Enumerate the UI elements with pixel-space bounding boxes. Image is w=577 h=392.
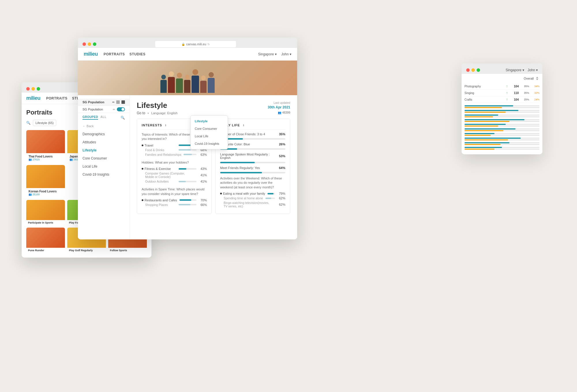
view-icon-1[interactable] <box>116 100 120 104</box>
comp-pct1: 35% <box>521 85 529 88</box>
compare-bar-bg-blue <box>464 142 539 143</box>
compare-bar-bg-gold <box>464 107 539 108</box>
spacer1 <box>142 157 207 160</box>
portrait-menu-icon[interactable]: ⋯ <box>60 167 63 171</box>
search-icon[interactable]: 🔍 <box>26 121 31 125</box>
comp-pct2: 32% <box>531 91 539 94</box>
main-nav-studies[interactable]: STUDIES <box>130 52 146 56</box>
stat-bar-bg <box>220 162 285 163</box>
bar-bg <box>179 204 196 205</box>
data-row: Fitness & Exercise43% <box>142 167 207 170</box>
filter-select[interactable]: Lifestyle (65) <box>33 120 56 126</box>
compare-bar-fill-blue <box>464 110 518 111</box>
stat-line: Favourite Color: Blue26% <box>220 142 285 146</box>
toggle-switch[interactable] <box>117 107 125 111</box>
filter-tab-all[interactable]: ALL <box>100 115 106 120</box>
person-fig-3 <box>176 73 183 93</box>
portrait-name: Korean Food Lovers <box>29 190 63 193</box>
compare-bar-bg-gold <box>464 116 539 117</box>
compare-bars <box>464 105 539 108</box>
sidebar-covid[interactable]: Covid-19 Insights <box>78 170 130 179</box>
dropdown-item[interactable]: Core Consumer <box>191 125 228 132</box>
last-updated-date: 30th Apr 2021 <box>268 105 290 109</box>
bar-bg <box>179 168 196 170</box>
compare-bar-bg-blue <box>464 124 539 125</box>
dropdown-item[interactable]: Lifestyle <box>191 117 228 125</box>
compare-bar-bg-gold <box>464 149 539 150</box>
comp-pct2: 24% <box>531 98 539 101</box>
daily-life-download[interactable]: ⬇ <box>242 124 245 127</box>
sidebar-search-icon[interactable]: 🔍 <box>121 116 125 120</box>
traffic-light-green[interactable] <box>477 68 480 72</box>
person-body-3 <box>176 78 183 93</box>
portrait-menu-icon[interactable]: ⋯ <box>60 132 63 136</box>
stat-bar-bg <box>220 148 285 150</box>
location-dropdown-right[interactable]: Singapore ▾ <box>506 68 524 72</box>
chart-row <box>464 119 539 122</box>
sidebar-lifestyle[interactable]: Lifestyle <box>78 146 130 154</box>
portrait-card[interactable]: ⋯Thai Food Lovers👥 27615 <box>26 130 65 163</box>
sidebar-demographics[interactable]: Demographics <box>78 130 130 138</box>
user-dropdown-right[interactable]: John ▾ <box>528 68 538 72</box>
bar-fill <box>179 149 191 151</box>
compare-bar-fill-blue <box>464 105 513 106</box>
tl-red-m[interactable] <box>83 42 86 46</box>
portrait-name: Thai Food Lovers <box>29 155 63 158</box>
portrait-card[interactable]: ⋯Korean Food Lovers👥 25100 <box>26 165 65 198</box>
dropdown-item[interactable]: Covid-19 Insights <box>191 140 228 147</box>
sidebar-local-life[interactable]: Local Life <box>78 162 130 170</box>
compare-bars <box>464 133 539 136</box>
stat-bar-bg <box>220 172 285 173</box>
goto-btn[interactable]: Go to <box>137 111 145 115</box>
bottom-portrait-image <box>26 200 65 220</box>
chart-row <box>464 133 539 136</box>
sg-pop-icons: ✏ <box>112 100 125 104</box>
pct-label: 62% <box>277 196 285 200</box>
tl-yellow-m[interactable] <box>88 42 91 46</box>
tl-yellow-p[interactable] <box>31 87 35 91</box>
sidebar-attitudes[interactable]: Attitudes <box>78 138 130 146</box>
bar-bg <box>267 193 275 194</box>
person-head-4 <box>185 75 190 79</box>
traffic-light-red[interactable] <box>466 68 470 72</box>
bottom-portrait-card[interactable]: Participate in Sports <box>26 200 65 225</box>
data-row: Eating a meal with your family79% <box>220 192 285 195</box>
goto-dropdown: LifestyleCore ConsumerLocal LifeCovid-19… <box>190 115 228 149</box>
compare-bar-bg-gold <box>464 112 539 113</box>
tl-red-p[interactable] <box>26 87 30 91</box>
portrait-count: 👥 25100 <box>29 193 63 196</box>
person-fig-2 <box>168 71 175 93</box>
url-display: canvas.mili.eu <box>186 42 206 46</box>
nav-portraits[interactable]: PORTRAITS <box>46 96 68 100</box>
filter-tab-grouped[interactable]: GROUPED <box>83 115 98 120</box>
interests-download[interactable]: ⬇ <box>164 124 167 127</box>
dropdown-item[interactable]: Local Life <box>191 132 228 140</box>
data-row: Computer Games (Computer, Mobile or Cons… <box>142 172 207 179</box>
bottom-portrait-name: Play Golf Regularly <box>67 248 106 253</box>
traffic-light-yellow[interactable] <box>471 68 475 72</box>
main-nav-portraits[interactable]: PORTRAITS <box>104 52 125 56</box>
data-label-primary: Restaurants and Cafes <box>142 198 177 202</box>
chart-row <box>464 110 539 113</box>
edit-icon-sub[interactable]: ✏ <box>113 108 115 111</box>
tl-green-p[interactable] <box>37 87 40 91</box>
data-label-secondary: Binge-watching television(movies, TV ser… <box>220 201 273 208</box>
meta-info: Last updated 30th Apr 2021 👥 48399 <box>268 101 290 114</box>
sidebar-back-btn[interactable]: ← Back <box>78 122 130 130</box>
edit-icon[interactable]: ✏ <box>112 101 115 104</box>
bottom-portrait-name: Participate in Sports <box>26 220 65 225</box>
bottom-portrait-card[interactable]: Pune Runder <box>26 228 65 253</box>
sidebar: SG Population ✏ SG Population ✏ <box>78 95 130 239</box>
compare-bar-bg-blue <box>464 128 539 130</box>
tl-green-m[interactable] <box>93 42 96 46</box>
sidebar-core-consumer[interactable]: Core Consumer <box>78 154 130 162</box>
location-dropdown-main[interactable]: Singapore ▾ <box>258 52 277 56</box>
user-dropdown-main[interactable]: John ▾ <box>281 52 291 56</box>
refresh-icon[interactable]: ↻ <box>207 43 210 46</box>
traffic-lights-portraits <box>26 87 40 91</box>
person-fig-5 <box>192 69 199 93</box>
person-head-2 <box>169 71 174 76</box>
view-icon-2[interactable] <box>121 100 125 104</box>
data-label-secondary: Shopping Places <box>142 203 176 207</box>
pct-label: 66% <box>199 203 207 207</box>
